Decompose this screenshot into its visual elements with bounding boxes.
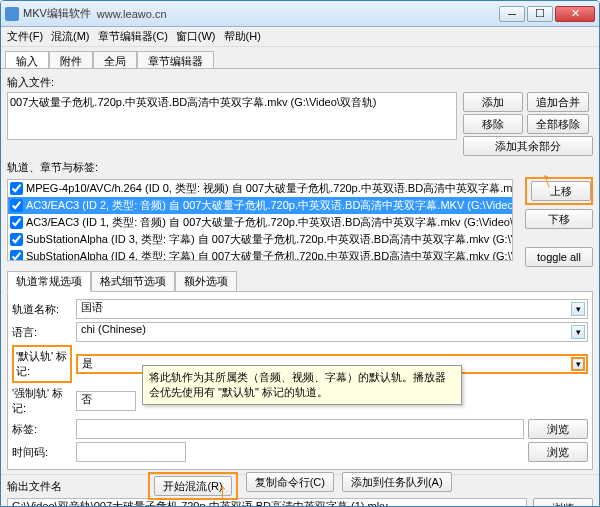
track-checkbox[interactable] xyxy=(10,199,23,212)
track-row[interactable]: SubStationAlpha (ID 3, 类型: 字幕) 自 007大破量子… xyxy=(8,231,512,248)
add-queue-button[interactable]: 添加到任务队列(A) xyxy=(342,472,452,492)
track-checkbox[interactable] xyxy=(10,182,23,195)
track-checkbox[interactable] xyxy=(10,216,23,229)
menu-file[interactable]: 文件(F) xyxy=(7,29,43,44)
track-text: MPEG-4p10/AVC/h.264 (ID 0, 类型: 视频) 自 007… xyxy=(26,181,512,196)
menubar: 文件(F) 混流(M) 章节编辑器(C) 窗口(W) 帮助(H) xyxy=(1,27,599,47)
chevron-down-icon[interactable]: ▾ xyxy=(571,302,585,316)
maximize-button[interactable]: ☐ xyxy=(527,6,553,22)
tooltip: 将此轨作为其所属类（音频、视频、字幕）的默认轨。播放器会优先使用有 "默认轨" … xyxy=(142,365,462,405)
tab-attachments[interactable]: 附件 xyxy=(49,51,93,68)
tab-general-options[interactable]: 轨道常规选项 xyxy=(7,271,91,292)
title-url: www.leawo.cn xyxy=(97,8,167,20)
language-label: 语言: xyxy=(12,325,72,340)
browse-tags-button[interactable]: 浏览 xyxy=(528,419,588,439)
forced-track-select[interactable]: 否 xyxy=(76,391,136,411)
tags-label: 标签: xyxy=(12,422,72,437)
app-icon xyxy=(5,7,19,21)
tab-global[interactable]: 全局 xyxy=(93,51,137,68)
titlebar: MKV编辑软件 www.leawo.cn ─ ☐ ✕ xyxy=(1,1,599,27)
tab-chapter-editor[interactable]: 章节编辑器 xyxy=(137,51,214,68)
track-text: AC3/EAC3 (ID 1, 类型: 音频) 自 007大破量子危机.720p… xyxy=(26,215,512,230)
tags-input[interactable] xyxy=(76,419,524,439)
trackname-label: 轨道名称: xyxy=(12,302,72,317)
tab-extra-options[interactable]: 额外选项 xyxy=(175,271,237,292)
menu-help[interactable]: 帮助(H) xyxy=(224,29,261,44)
add-button[interactable]: 添加 xyxy=(463,92,523,112)
tab-input[interactable]: 输入 xyxy=(5,51,49,68)
add-merge-button[interactable]: 追加合并 xyxy=(527,92,589,112)
annotation-arrow-icon: ↑ xyxy=(217,478,228,504)
chevron-down-icon[interactable]: ▾ xyxy=(571,357,585,371)
close-button[interactable]: ✕ xyxy=(555,6,595,22)
tracks-list[interactable]: MPEG-4p10/AVC/h.264 (ID 0, 类型: 视频) 自 007… xyxy=(7,179,513,261)
copy-cli-button[interactable]: 复制命令行(C) xyxy=(246,472,334,492)
main-tabs: 输入 附件 全局 章节编辑器 xyxy=(1,47,599,69)
track-row[interactable]: SubStationAlpha (ID 4, 类型: 字幕) 自 007大破量子… xyxy=(8,248,512,261)
move-down-button[interactable]: 下移 xyxy=(525,209,593,229)
track-checkbox[interactable] xyxy=(10,250,23,261)
input-file-item[interactable]: 007大破量子危机.720p.中英双语.BD高清中英双字幕.mkv (G:\Vi… xyxy=(10,95,454,110)
timecode-input[interactable] xyxy=(76,442,186,462)
menu-window[interactable]: 窗口(W) xyxy=(176,29,216,44)
track-row[interactable]: MPEG-4p10/AVC/h.264 (ID 0, 类型: 视频) 自 007… xyxy=(8,180,512,197)
input-files-label: 输入文件: xyxy=(7,75,593,90)
menu-mux[interactable]: 混流(M) xyxy=(51,29,90,44)
bottom-toolbar: 开始混流(R) 复制命令行(C) 添加到任务队列(A) xyxy=(1,472,599,500)
track-options-form: 轨道名称: 国语▾ 语言: chi (Chinese)▾ '默认轨' 标记: 是… xyxy=(7,291,593,470)
input-files-list[interactable]: 007大破量子危机.720p.中英双语.BD高清中英双字幕.mkv (G:\Vi… xyxy=(7,92,457,140)
tab-format-options[interactable]: 格式细节选项 xyxy=(91,271,175,292)
language-select[interactable]: chi (Chinese) xyxy=(76,322,588,342)
chevron-down-icon[interactable]: ▾ xyxy=(571,325,585,339)
trackname-input[interactable]: 国语 xyxy=(76,299,588,319)
forced-track-label: '强制轨' 标记: xyxy=(12,386,72,416)
track-row[interactable]: AC3/EAC3 (ID 1, 类型: 音频) 自 007大破量子危机.720p… xyxy=(8,214,512,231)
move-up-button[interactable]: 上移 xyxy=(531,181,591,201)
timecode-label: 时间码: xyxy=(12,445,72,460)
tracks-label: 轨道、章节与标签: xyxy=(7,160,593,175)
app-title: MKV编辑软件 xyxy=(23,6,91,21)
add-rest-button[interactable]: 添加其余部分 xyxy=(463,136,593,156)
track-text: SubStationAlpha (ID 3, 类型: 字幕) 自 007大破量子… xyxy=(26,232,512,247)
browse-timecode-button[interactable]: 浏览 xyxy=(528,442,588,462)
remove-button[interactable]: 移除 xyxy=(463,114,523,134)
minimize-button[interactable]: ─ xyxy=(499,6,525,22)
remove-all-button[interactable]: 全部移除 xyxy=(527,114,589,134)
default-track-label: '默认轨' 标记: xyxy=(12,345,72,383)
track-checkbox[interactable] xyxy=(10,233,23,246)
menu-chapter[interactable]: 章节编辑器(C) xyxy=(98,29,168,44)
track-option-tabs: 轨道常规选项 格式细节选项 额外选项 xyxy=(7,267,593,292)
track-row[interactable]: AC3/EAC3 (ID 2, 类型: 音频) 自 007大破量子危机.720p… xyxy=(8,197,512,214)
track-text: SubStationAlpha (ID 4, 类型: 字幕) 自 007大破量子… xyxy=(26,249,512,261)
track-text: AC3/EAC3 (ID 2, 类型: 音频) 自 007大破量子危机.720p… xyxy=(26,198,512,213)
toggle-all-button[interactable]: toggle all xyxy=(525,247,593,267)
